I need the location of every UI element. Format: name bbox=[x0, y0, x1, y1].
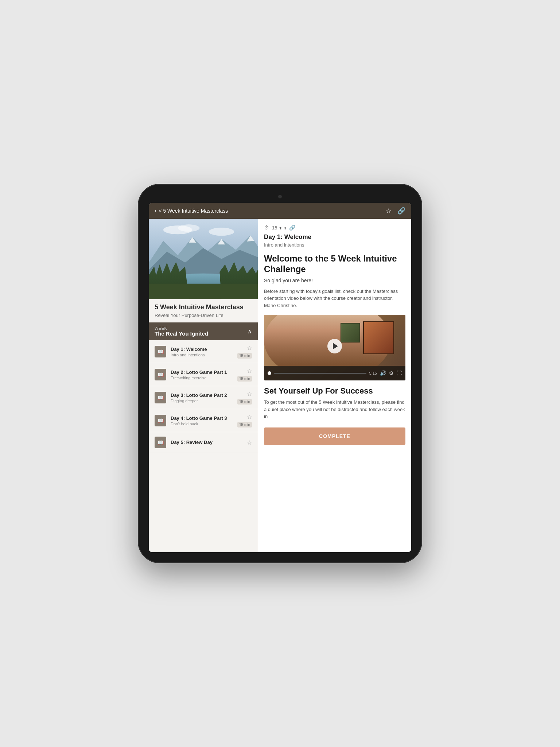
set-success-body: To get the most out of the 5 Week Intuit… bbox=[264, 399, 405, 420]
nav-bar: ‹ < 5 Week Intuitive Masterclass ☆ 🔗 bbox=[149, 203, 411, 219]
meta-time: 15 min bbox=[272, 225, 286, 231]
welcome-title: Welcome to the 5 Week Intuitive Challeng… bbox=[264, 253, 405, 275]
device-camera bbox=[278, 195, 282, 198]
day-3-right: ☆ 15 min bbox=[237, 391, 252, 405]
nav-icons: ☆ 🔗 bbox=[386, 207, 405, 215]
set-success-title: Set Yourself Up For Success bbox=[264, 386, 405, 396]
course-subtitle: Reveal Your Purpose-Driven Life bbox=[149, 313, 258, 322]
week-header[interactable]: Week The Real You Ignited ∧ bbox=[149, 322, 258, 340]
day-3-time: 15 min bbox=[237, 399, 252, 405]
right-panel: ⏱ 15 min 🔗 Day 1: Welcome Intro and inte… bbox=[258, 219, 411, 552]
complete-button[interactable]: COMPLETE bbox=[264, 427, 405, 445]
day-list: 📖 Day 1: Welcome Intro and intentions ☆ … bbox=[149, 340, 258, 453]
day-5-star-icon[interactable]: ☆ bbox=[247, 439, 252, 446]
table-row[interactable]: 📖 Day 2: Lotto Game Part 1 Freewriting e… bbox=[149, 363, 258, 386]
day-5-info: Day 5: Review Day bbox=[171, 440, 242, 446]
day-2-icon: 📖 bbox=[155, 369, 166, 380]
video-time: 5:15 bbox=[369, 371, 377, 375]
day-2-desc: Freewriting exercise bbox=[171, 376, 233, 380]
day-2-info: Day 2: Lotto Game Part 1 Freewriting exe… bbox=[171, 369, 233, 380]
video-controls: 5:15 🔊 ⚙ ⛶ bbox=[264, 366, 405, 380]
video-artwork bbox=[363, 321, 394, 354]
day-1-time: 15 min bbox=[237, 353, 252, 359]
week-header-text: Week The Real You Ignited bbox=[155, 326, 208, 337]
day-1-info: Day 1: Welcome Intro and intentions bbox=[171, 347, 233, 357]
progress-bar[interactable] bbox=[274, 373, 366, 374]
day-4-desc: Don't hold back bbox=[171, 422, 233, 426]
back-arrow-icon: ‹ bbox=[155, 208, 156, 214]
day-3-icon: 📖 bbox=[155, 392, 166, 403]
share-link-icon[interactable]: 🔗 bbox=[397, 207, 405, 215]
main-content: 5 Week Intuitive Masterclass Reveal Your… bbox=[149, 219, 411, 552]
volume-icon[interactable]: 🔊 bbox=[380, 370, 386, 376]
day-4-icon: 📖 bbox=[155, 415, 166, 426]
day-2-star-icon[interactable]: ☆ bbox=[247, 368, 252, 375]
week-label: Week bbox=[155, 326, 208, 330]
settings-icon[interactable]: ⚙ bbox=[389, 370, 394, 376]
hero-image bbox=[149, 219, 258, 299]
day-sub: Intro and intentions bbox=[264, 242, 405, 248]
day-1-desc: Intro and intentions bbox=[171, 353, 233, 357]
day-2-right: ☆ 15 min bbox=[237, 368, 252, 382]
device-frame: ‹ < 5 Week Intuitive Masterclass ☆ 🔗 bbox=[138, 184, 422, 563]
nav-back[interactable]: ‹ < 5 Week Intuitive Masterclass bbox=[155, 208, 228, 214]
table-row[interactable]: 📖 Day 3: Lotto Game Part 2 Digging deepe… bbox=[149, 386, 258, 409]
day-3-desc: Digging deeper bbox=[171, 399, 233, 403]
left-panel: 5 Week Intuitive Masterclass Reveal Your… bbox=[149, 219, 258, 552]
day-2-time: 15 min bbox=[237, 376, 252, 382]
svg-point-3 bbox=[209, 228, 234, 236]
welcome-body: Before starting with today's goals list,… bbox=[264, 288, 405, 309]
table-row[interactable]: 📖 Day 4: Lotto Game Part 3 Don't hold ba… bbox=[149, 409, 258, 432]
play-button[interactable] bbox=[327, 339, 342, 353]
table-row[interactable]: 📖 Day 1: Welcome Intro and intentions ☆ … bbox=[149, 340, 258, 363]
day-1-right: ☆ 15 min bbox=[237, 345, 252, 359]
day-5-icon: 📖 bbox=[155, 437, 166, 448]
clock-icon: ⏱ bbox=[264, 225, 269, 231]
day-2-name: Day 2: Lotto Game Part 1 bbox=[171, 369, 233, 375]
day-1-icon: 📖 bbox=[155, 346, 166, 357]
day-1-star-icon[interactable]: ☆ bbox=[247, 345, 252, 352]
day-3-info: Day 3: Lotto Game Part 2 Digging deeper bbox=[171, 392, 233, 403]
content-link-icon[interactable]: 🔗 bbox=[289, 225, 295, 231]
day-4-time: 15 min bbox=[237, 422, 252, 427]
device-screen: ‹ < 5 Week Intuitive Masterclass ☆ 🔗 bbox=[149, 203, 411, 552]
day-3-name: Day 3: Lotto Game Part 2 bbox=[171, 392, 233, 398]
fullscreen-icon[interactable]: ⛶ bbox=[397, 370, 402, 376]
table-row[interactable]: 📖 Day 5: Review Day ☆ bbox=[149, 432, 258, 453]
progress-dot bbox=[268, 371, 271, 375]
play-triangle-icon bbox=[333, 343, 338, 349]
video-artwork2 bbox=[341, 323, 360, 342]
day-heading: Day 1: Welcome bbox=[264, 233, 405, 241]
nav-title: < 5 Week Intuitive Masterclass bbox=[159, 208, 228, 214]
svg-rect-12 bbox=[149, 284, 258, 299]
chevron-up-icon: ∧ bbox=[248, 328, 252, 335]
svg-point-2 bbox=[178, 224, 200, 232]
week-name: The Real You Ignited bbox=[155, 330, 208, 337]
day-4-star-icon[interactable]: ☆ bbox=[247, 414, 252, 421]
day-4-name: Day 4: Lotto Game Part 3 bbox=[171, 415, 233, 421]
day-5-name: Day 5: Review Day bbox=[171, 440, 242, 445]
day-3-star-icon[interactable]: ☆ bbox=[247, 391, 252, 398]
day-1-name: Day 1: Welcome bbox=[171, 347, 233, 352]
meta-row: ⏱ 15 min 🔗 bbox=[264, 225, 405, 231]
welcome-greeting: So glad you are here! bbox=[264, 278, 405, 283]
day-5-right: ☆ bbox=[247, 439, 252, 446]
day-4-right: ☆ 15 min bbox=[237, 414, 252, 427]
day-4-info: Day 4: Lotto Game Part 3 Don't hold back bbox=[171, 415, 233, 426]
favorite-icon[interactable]: ☆ bbox=[386, 207, 392, 215]
video-player[interactable]: 5:15 🔊 ⚙ ⛶ bbox=[264, 315, 405, 380]
course-title: 5 Week Intuitive Masterclass bbox=[149, 299, 258, 313]
